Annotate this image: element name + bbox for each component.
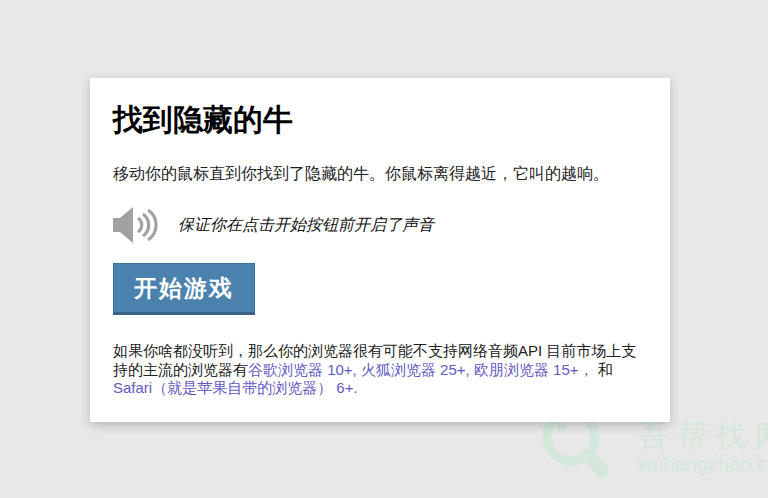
start-game-button[interactable]: 开始游戏 bbox=[113, 263, 255, 315]
conjunction-text: 和 bbox=[594, 361, 613, 378]
browser-support-note: 如果你啥都没听到，那么你的浏览器很有可能不支持网络音频API 目前市场上支持的主… bbox=[113, 342, 646, 398]
link-firefox[interactable]: 火狐浏览器 25+, bbox=[361, 361, 470, 378]
link-safari[interactable]: Safari（就是苹果自带的浏览器） 6+. bbox=[113, 379, 358, 396]
watermark-site-name: 吾帮找网 bbox=[638, 420, 768, 452]
speaker-icon bbox=[113, 205, 161, 245]
game-description: 移动你的鼠标直到你找到了隐藏的牛。你鼠标离得越近，它叫的越响。 bbox=[113, 164, 646, 184]
page-title: 找到隐藏的牛 bbox=[113, 102, 646, 138]
watermark-site-url: wubangzhao.com bbox=[638, 453, 768, 475]
sound-note-row: 保证你在点击开始按钮前开启了声音 bbox=[113, 205, 646, 245]
link-opera[interactable]: 欧朋浏览器 15+， bbox=[474, 361, 594, 378]
watermark-text: 吾帮找网 wubangzhao.com bbox=[638, 420, 768, 475]
sound-note: 保证你在点击开始按钮前开启了声音 bbox=[178, 215, 434, 236]
game-card: 找到隐藏的牛 移动你的鼠标直到你找到了隐藏的牛。你鼠标离得越近，它叫的越响。 保… bbox=[90, 78, 670, 422]
link-chrome[interactable]: 谷歌浏览器 10+, bbox=[248, 361, 357, 378]
